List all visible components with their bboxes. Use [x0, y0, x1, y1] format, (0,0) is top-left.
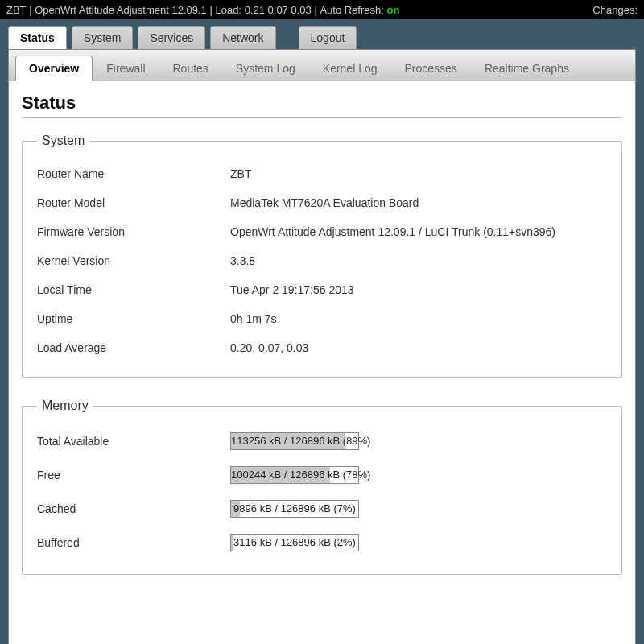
- row-local-time: Local Time Tue Apr 2 19:17:56 2013: [37, 275, 607, 304]
- meter-mem-cached: 9896 kB / 126896 kB (7%): [230, 500, 359, 518]
- row-load-average: Load Average 0.20, 0.07, 0.03: [37, 333, 607, 362]
- subtab-overview[interactable]: Overview: [15, 56, 93, 81]
- label-kernel-version: Kernel Version: [37, 254, 230, 267]
- row-firmware-version: Firmware Version OpenWrt Attitude Adjust…: [37, 217, 607, 246]
- subtab-kernel-log[interactable]: Kernel Log: [309, 56, 391, 80]
- autorefresh-toggle[interactable]: on: [387, 4, 400, 16]
- content-panel: Overview Firewall Routes System Log Kern…: [8, 49, 636, 644]
- label-router-model: Router Model: [37, 196, 230, 209]
- label-router-name: Router Name: [37, 167, 230, 180]
- label-firmware-version: Firmware Version: [37, 225, 230, 238]
- meter-text: 9896 kB / 126896 kB (7%): [231, 501, 358, 517]
- changes-label[interactable]: Changes:: [592, 4, 638, 16]
- subtab-firewall[interactable]: Firewall: [93, 56, 159, 80]
- title-divider: [22, 117, 622, 118]
- memory-fieldset: Memory Total Available 113256 kB / 12689…: [22, 398, 622, 575]
- value-kernel-version: 3.3.8: [230, 254, 607, 267]
- memory-legend: Memory: [37, 398, 93, 413]
- subtab-realtime-graphs[interactable]: Realtime Graphs: [471, 56, 583, 80]
- system-fieldset: System Router Name ZBT Router Model Medi…: [22, 134, 622, 378]
- meter-mem-free: 100244 kB / 126896 kB (78%): [230, 466, 359, 484]
- value-router-name: ZBT: [230, 167, 607, 180]
- row-mem-total: Total Available 113256 kB / 126896 kB (8…: [37, 424, 607, 458]
- row-uptime: Uptime 0h 1m 7s: [37, 304, 607, 333]
- load-value: 0.21 0.07 0.03: [245, 4, 312, 16]
- label-mem-cached: Cached: [37, 502, 230, 515]
- tab-status[interactable]: Status: [8, 26, 67, 49]
- row-mem-buffered: Buffered 3116 kB / 126896 kB (2%): [37, 526, 607, 559]
- meter-text: 3116 kB / 126896 kB (2%): [231, 535, 358, 551]
- autorefresh-label: Auto Refresh:: [320, 4, 384, 16]
- firmware-name: OpenWrt Attitude Adjustment 12.09.1: [35, 4, 207, 16]
- label-uptime: Uptime: [37, 312, 230, 325]
- value-local-time: Tue Apr 2 19:17:56 2013: [230, 283, 607, 296]
- main-tabs: Status System Services Network Logout: [0, 19, 644, 49]
- system-legend: System: [37, 134, 89, 148]
- meter-text: 100244 kB / 126896 kB (78%): [231, 467, 358, 483]
- meter-mem-buffered: 3116 kB / 126896 kB (2%): [230, 534, 359, 551]
- tab-services[interactable]: Services: [138, 26, 205, 49]
- row-mem-cached: Cached 9896 kB / 126896 kB (7%): [37, 492, 607, 526]
- tab-logout[interactable]: Logout: [299, 26, 357, 49]
- row-router-model: Router Model MediaTek MT7620A Evaluation…: [37, 188, 607, 217]
- subtab-processes[interactable]: Processes: [391, 56, 471, 80]
- row-mem-free: Free 100244 kB / 126896 kB (78%): [37, 458, 607, 492]
- label-mem-buffered: Buffered: [37, 536, 230, 549]
- sub-tabs: Overview Firewall Routes System Log Kern…: [9, 50, 635, 81]
- topbar: ZBT | OpenWrt Attitude Adjustment 12.09.…: [0, 0, 644, 19]
- row-kernel-version: Kernel Version 3.3.8: [37, 246, 607, 275]
- row-router-name: Router Name ZBT: [37, 159, 607, 188]
- label-mem-total: Total Available: [37, 435, 230, 448]
- meter-text: 113256 kB / 126896 kB (89%): [231, 433, 358, 449]
- hostname: ZBT: [6, 4, 27, 16]
- tab-system[interactable]: System: [72, 26, 134, 49]
- subtab-system-log[interactable]: System Log: [222, 56, 309, 80]
- label-mem-free: Free: [37, 469, 230, 481]
- load-label: Load:: [215, 4, 242, 16]
- label-local-time: Local Time: [37, 283, 230, 296]
- page-title: Status: [22, 93, 622, 114]
- subtab-routes[interactable]: Routes: [159, 56, 222, 80]
- value-uptime: 0h 1m 7s: [230, 312, 607, 325]
- value-router-model: MediaTek MT7620A Evaluation Board: [230, 196, 607, 209]
- page-body: Status System Router Name ZBT Router Mod…: [9, 81, 635, 607]
- value-firmware-version: OpenWrt Attitude Adjustment 12.09.1 / Lu…: [230, 225, 607, 238]
- meter-mem-total: 113256 kB / 126896 kB (89%): [230, 432, 359, 450]
- label-load-average: Load Average: [37, 341, 230, 354]
- topbar-left: ZBT | OpenWrt Attitude Adjustment 12.09.…: [6, 4, 399, 16]
- tab-network[interactable]: Network: [210, 26, 275, 49]
- value-load-average: 0.20, 0.07, 0.03: [230, 341, 607, 354]
